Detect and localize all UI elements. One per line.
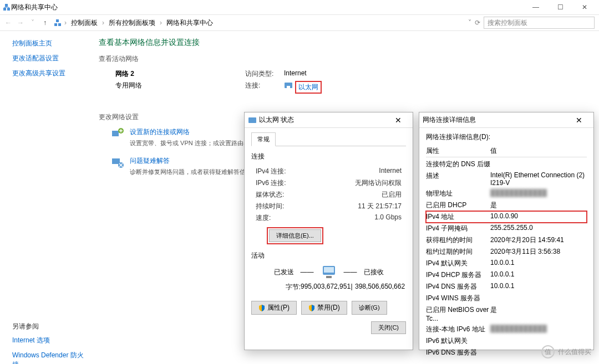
detail-row: 已启用 DHCP是 [426, 199, 587, 211]
detail-row: 已启用 NetBIOS over Tc...是 [426, 304, 587, 324]
activity-section-header: 活动 [251, 251, 406, 260]
network-icon [53, 18, 62, 27]
troubleshoot-icon [111, 156, 124, 170]
details-button[interactable]: 详细信息(E)... [269, 229, 321, 242]
column-value: 值 [490, 146, 587, 156]
watermark-icon: 值 [541, 345, 555, 358]
status-row: IPv4 连接:Internet [251, 166, 406, 177]
property-key: IPv6 连接: [256, 178, 355, 188]
property-value: 是 [490, 201, 587, 210]
new-connection-link[interactable]: 设置新的连接或网络 [130, 128, 190, 136]
computer-icon [321, 265, 337, 279]
detail-row: 租约过期的时间2020年3月11日 3:56:38 [426, 246, 587, 258]
property-value [490, 336, 587, 346]
sent-label: 已发送 [274, 268, 294, 277]
window-title: 网络和共享中心 [11, 3, 58, 12]
dialog-title: 网络连接详细信息 [423, 115, 476, 125]
property-value: 是 [490, 305, 587, 322]
breadcrumb-item[interactable]: 所有控制面板项 [106, 17, 158, 29]
sidebar-item-firewall[interactable]: Windows Defender 防火墙 [12, 351, 89, 364]
svg-rect-1 [7, 8, 10, 11]
property-key: 物理地址 [426, 189, 490, 198]
sidebar-item-sharing[interactable]: 更改高级共享设置 [12, 69, 89, 78]
property-value: 2020年2月20日 14:59:41 [490, 235, 587, 245]
column-property: 属性 [426, 146, 490, 156]
chevron-down-icon[interactable]: ˅ [468, 19, 471, 27]
property-key: 持续时间: [256, 202, 358, 211]
close-button[interactable]: ✕ [572, 0, 597, 14]
shield-icon [258, 305, 265, 311]
disable-button[interactable]: 禁用(D) [301, 301, 347, 315]
received-label: 已接收 [364, 268, 384, 277]
svg-rect-2 [5, 4, 8, 7]
svg-rect-15 [326, 276, 332, 278]
page-heading: 查看基本网络信息并设置连接 [99, 38, 589, 48]
recent-dropdown[interactable]: ˅ [27, 17, 39, 29]
back-button[interactable]: ← [2, 17, 14, 29]
detail-row: IPv4 子网掩码255.255.255.0 [426, 223, 587, 234]
active-networks-header: 查看活动网络 [99, 54, 589, 64]
property-value: 10.0.0.1 [490, 270, 587, 280]
ethernet-icon [248, 116, 257, 125]
minimize-button[interactable]: — [524, 0, 548, 14]
property-value: 无网络访问权限 [355, 178, 402, 188]
breadcrumb-item[interactable]: 控制面板 [69, 17, 100, 29]
status-row: IPv6 连接:无网络访问权限 [251, 177, 406, 189]
bytes-label: 字节: [255, 283, 301, 292]
property-value [490, 160, 587, 169]
sidebar-item-internet-options[interactable]: Internet 选项 [12, 336, 89, 345]
svg-rect-12 [248, 117, 256, 123]
close-button[interactable]: 关闭(C) [371, 321, 406, 334]
property-key: 媒体状态: [256, 190, 382, 199]
refresh-icon[interactable]: ⟳ [475, 19, 480, 27]
status-row: 媒体状态:已启用 [251, 189, 406, 201]
property-key: 描述 [426, 171, 490, 187]
close-button[interactable]: ✕ [568, 116, 590, 125]
see-also-header: 另请参阅 [12, 322, 89, 331]
breadcrumb[interactable]: › 控制面板 › 所有控制面板项 › 网络和共享中心 [53, 17, 465, 29]
svg-rect-5 [56, 19, 59, 22]
maximize-button[interactable]: ☐ [548, 0, 572, 14]
property-value: Internet [379, 167, 402, 176]
breadcrumb-item[interactable]: 网络和共享中心 [164, 17, 215, 29]
connection-label: 连接: [245, 81, 284, 94]
ethernet-icon [284, 81, 293, 90]
dialog-title: 以太网 状态 [259, 115, 294, 125]
detail-row: IPv4 地址10.0.0.90 [426, 211, 587, 223]
svg-rect-0 [3, 8, 6, 11]
shield-icon [308, 305, 315, 311]
detail-row: IPv4 DHCP 服务器10.0.0.1 [426, 269, 587, 281]
sidebar-item-adapter[interactable]: 更改适配器设置 [12, 54, 89, 63]
detail-row: 获得租约的时间2020年2月20日 14:59:41 [426, 234, 587, 246]
close-button[interactable]: ✕ [387, 116, 409, 125]
access-value: Internet [284, 69, 307, 79]
property-value: 1.0 Gbps [374, 213, 402, 223]
detail-row: IPv4 默认网关10.0.0.1 [426, 258, 587, 269]
properties-button[interactable]: 属性(P) [251, 301, 297, 315]
property-value: 255.255.255.0 [490, 224, 587, 233]
diagnose-button[interactable]: 诊断(G) [352, 301, 387, 315]
tab-general[interactable]: 常规 [251, 132, 276, 146]
troubleshoot-desc: 诊断并修复网络问题，或者获得疑难解答信息。 [130, 168, 258, 176]
property-key: IPv4 子网掩码 [426, 224, 490, 233]
troubleshoot-link[interactable]: 问题疑难解答 [130, 157, 170, 165]
bytes-sent: 995,003,672,951 [301, 283, 348, 292]
property-key: IPv4 DNS 服务器 [426, 282, 490, 291]
new-connection-icon [111, 127, 124, 141]
forward-button[interactable]: → [14, 17, 27, 29]
connection-link[interactable]: 以太网 [295, 81, 322, 94]
status-row: 速度:1.0 Gbps [251, 212, 406, 224]
detail-row: 连接-本地 IPv6 地址████████████ [426, 324, 587, 335]
bytes-received: 398,506,650,662 [355, 283, 403, 292]
network-name: 网络 2 [115, 69, 245, 79]
detail-row: 连接特定的 DNS 后缀 [426, 158, 587, 170]
up-button[interactable]: ↑ [39, 17, 51, 29]
property-key: IPv6 DNS 服务器 [426, 348, 490, 357]
property-key: IPv4 连接: [256, 167, 379, 176]
property-key: 已启用 NetBIOS over Tc... [426, 305, 490, 322]
search-input[interactable]: 搜索控制面板 [484, 17, 595, 29]
property-key: 租约过期的时间 [426, 247, 490, 257]
property-key: IPv6 默认网关 [426, 336, 490, 346]
property-key: 速度: [256, 213, 374, 223]
sidebar-item-home[interactable]: 控制面板主页 [12, 39, 89, 48]
